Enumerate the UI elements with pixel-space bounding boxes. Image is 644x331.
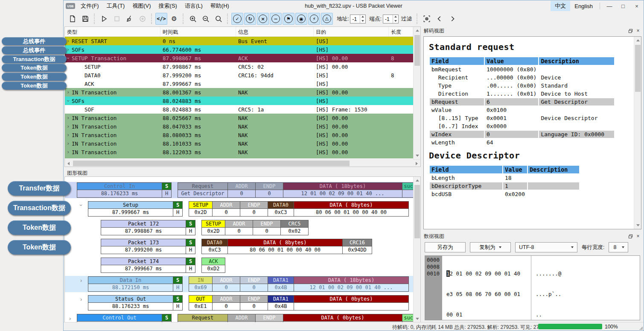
expand-arrow-icon[interactable]	[65, 123, 72, 129]
gfx-transfer-control-out[interactable]: Control OutS Request ADDR ENDP DATA ( 0b…	[77, 314, 415, 323]
gfx-transaction-setup[interactable]: SetupS 87.999667 msH SETUP0x2D ADDR0 END…	[88, 201, 409, 217]
expand-arrow-icon[interactable]: ›	[80, 296, 82, 302]
gfx-block-out-pid[interactable]: OUT0xE1	[189, 295, 213, 310]
close-panel-button[interactable]: ×	[634, 27, 642, 34]
endpoint-spinner[interactable]: -1	[383, 15, 399, 23]
hex-bytes-column[interactable]: 12 01 00 02 09 00 01 40 e3 05 08 06 70 6…	[442, 256, 531, 320]
filter-stall-button[interactable]: −	[270, 13, 282, 25]
scrollbar-thumb[interactable]	[414, 35, 420, 66]
expand-arrow-icon[interactable]	[65, 89, 72, 95]
gfx-block-crc5[interactable]: CRC50x02	[280, 220, 309, 235]
expand-arrow-icon[interactable]: ›	[80, 277, 82, 284]
lang-english-button[interactable]: English	[570, 2, 597, 11]
spin-up-icon[interactable]	[360, 15, 365, 19]
filter-burst-button[interactable]: ⚡	[308, 13, 320, 25]
table-row-partial[interactable]	[65, 156, 413, 158]
gfx-block-data[interactable]: DATA ( 0bytes)	[283, 314, 402, 323]
filter-sof-button[interactable]: ◉	[295, 13, 307, 25]
spin-down-icon[interactable]	[360, 19, 365, 23]
row-width-select[interactable]: 8	[609, 242, 628, 252]
table-row-setup-transaction-selected[interactable]: SETUP Transaction 87.998867 ms ACK [HS] …	[65, 54, 413, 62]
gfx-block-in-pid[interactable]: IN0x69	[189, 276, 213, 292]
spin-up-icon[interactable]	[393, 15, 398, 19]
table-row-in-transaction[interactable]: IN Transaction 88.122033 ms NAK [HS] 00.…	[65, 148, 413, 156]
gfx-transaction-data-in[interactable]: Data InS 88.172150 msH IN0x69 ADDR0 ENDP…	[88, 276, 409, 292]
menu-help[interactable]: 帮助(H)	[207, 0, 233, 12]
apply-filter-button[interactable]: 过滤	[401, 15, 412, 23]
table-vertical-scrollbar[interactable]	[413, 27, 420, 159]
table-row-data0-packet[interactable]: DATA0 87.999200 ms CRC16: 94dd [HS] 8	[65, 71, 413, 79]
gfx-block-addr[interactable]: ADDR0	[212, 295, 240, 310]
settings-button[interactable]: ⚙	[168, 13, 180, 25]
gfx-block-data[interactable]: DATA ( 8bytes)80 06 00 01 00 00 40 00	[227, 239, 343, 254]
col-timestamp[interactable]: 时间戳	[160, 27, 236, 36]
float-panel-button[interactable]	[627, 27, 634, 34]
new-file-button[interactable]	[67, 13, 79, 25]
search-button[interactable]	[213, 13, 224, 25]
copy-as-button[interactable]: 复制为	[470, 242, 511, 252]
scrollbar-thumb[interactable]	[414, 185, 420, 238]
gfx-packet-174[interactable]: Packet 174S 87.999667 msH ACK0xD2	[101, 258, 225, 273]
menu-file[interactable]: 文件(F)	[77, 0, 103, 12]
expand-arrow-icon[interactable]	[65, 115, 72, 121]
gfx-block-ack-pid[interactable]: ACK0xD2	[201, 258, 225, 273]
maximize-button[interactable]: □	[616, 0, 630, 12]
inspect-button[interactable]	[421, 13, 433, 25]
hex-ascii-column[interactable]: .......@ ....p`.. ..	[531, 256, 565, 320]
address-spinner[interactable]: -1	[350, 15, 366, 23]
hex-cursor[interactable]: 1	[446, 270, 450, 277]
gfx-block-addr[interactable]: ADDR0	[227, 182, 256, 198]
save-as-button[interactable]: 另存为	[425, 242, 466, 252]
table-row-sof-packet[interactable]: SOF 88.024883 ms CRC5: 1a [HS] Frame: 15…	[65, 105, 413, 114]
gfx-block-endp[interactable]: ENDP	[255, 314, 283, 323]
float-panel-button[interactable]	[627, 233, 634, 240]
record-button[interactable]	[137, 13, 149, 25]
expand-arrow-icon[interactable]	[65, 132, 72, 138]
resize-grip[interactable]	[638, 325, 643, 330]
table-row-in-transaction[interactable]: IN Transaction 88.047033 ms NAK [HS] 00.…	[65, 122, 413, 131]
gfx-block-addr[interactable]: ADDR0	[225, 220, 253, 235]
gfx-transaction-status-out[interactable]: Status OutS 88.176233 msH OUT0xE1 ADDR0 …	[88, 295, 409, 310]
gfx-block-data1-pid[interactable]: DATA10x4B	[268, 295, 294, 310]
close-button[interactable]: ×	[630, 0, 644, 12]
lang-chinese-button[interactable]: 中文	[551, 1, 570, 11]
gfx-block-endp[interactable]: ENDP0	[255, 182, 283, 198]
gfx-block-request[interactable]: RequestGet Descriptor	[178, 182, 228, 198]
expand-arrow-icon[interactable]	[65, 149, 72, 155]
expand-arrow-icon[interactable]	[65, 141, 72, 146]
col-destination[interactable]: 目的	[314, 27, 389, 36]
gfx-packet-172[interactable]: Packet 172S 87.998867 msH SETUP0x2D ADDR…	[101, 220, 309, 235]
filter-ping-button[interactable]: ⚑	[283, 13, 294, 25]
gfx-block-data0-pid[interactable]: DATA00xC3	[268, 201, 294, 217]
prev-button[interactable]	[434, 13, 446, 25]
save-button[interactable]	[79, 13, 91, 25]
gfx-block-setup-pid[interactable]: SETUP0x2D	[201, 220, 225, 235]
filter-error-button[interactable]: ⚠	[321, 13, 333, 25]
graphics-vertical-scrollbar[interactable]	[413, 177, 420, 322]
table-row-in-transaction[interactable]: IN Transaction 88.101033 ms NAK [HS] 00.…	[65, 139, 413, 148]
table-row-in-transaction[interactable]: IN Transaction 88.001367 ms NAK [HS] 00.…	[65, 88, 413, 97]
decode-vertical-scrollbar[interactable]	[634, 37, 641, 229]
raw-data-toggle-button[interactable]: </>	[155, 13, 167, 25]
encoding-select[interactable]: UTF-8	[515, 242, 577, 252]
gfx-block-endp[interactable]: ENDP0	[240, 276, 268, 292]
filter-ack-button[interactable]: ✓	[231, 13, 243, 25]
gfx-block-data1-pid[interactable]: DATA10x4B	[268, 276, 294, 292]
table-row-ack-packet[interactable]: ACK 87.999667 ms [HS]	[65, 79, 413, 88]
gfx-block-addr[interactable]: ADDR0	[212, 201, 240, 217]
filter-retry-button[interactable]: ↻	[244, 13, 256, 25]
zoom-in-button[interactable]	[187, 13, 199, 25]
hex-editor[interactable]: 0000 0008 0010 12 01 00 02 09 00 01 40 e…	[425, 255, 640, 320]
expand-arrow-icon[interactable]: ›	[69, 315, 71, 322]
scrollbar-thumb[interactable]	[73, 161, 350, 166]
gfx-block-request[interactable]: Request	[178, 314, 228, 323]
next-button[interactable]	[446, 13, 458, 25]
gfx-block-data[interactable]: DATA ( 8bytes)80 06 00 01 00 00 40 00	[294, 201, 409, 217]
table-row-reset-start[interactable]: RESET START 0 ns Bus Event [US]	[65, 37, 413, 45]
table-horizontal-scrollbar[interactable]	[65, 159, 420, 167]
gfx-block-endp[interactable]: ENDP0	[240, 201, 268, 217]
zoom-out-button[interactable]	[200, 13, 212, 25]
gfx-block-data[interactable]: DATA ( 18bytes)12 01 00 02 09 00 01 40 .…	[294, 276, 409, 292]
start-capture-button[interactable]	[98, 13, 110, 25]
menu-search[interactable]: 搜索(S)	[155, 0, 181, 12]
